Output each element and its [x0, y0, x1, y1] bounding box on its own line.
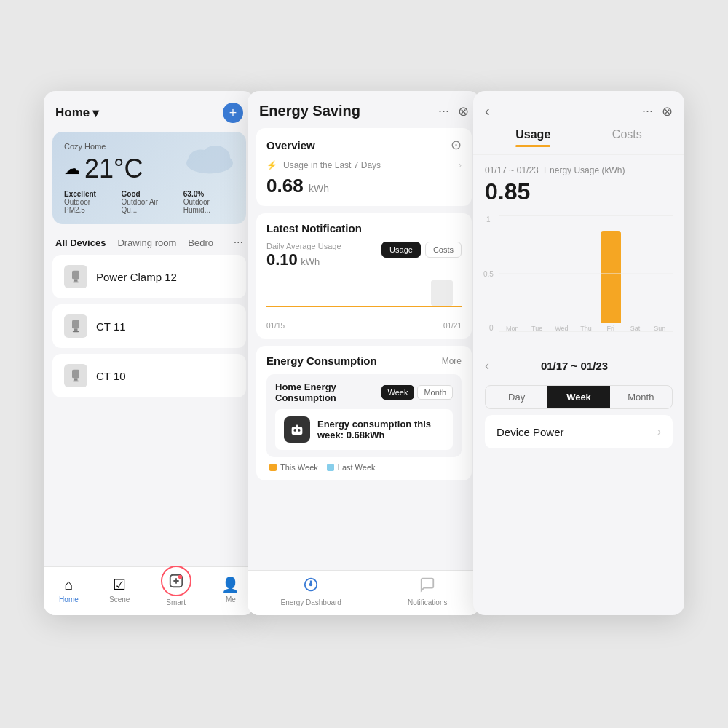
energy-value: 0.85 — [485, 178, 673, 205]
more-link[interactable]: More — [442, 356, 462, 366]
more-tabs-icon[interactable]: ··· — [234, 236, 243, 249]
smart-icon — [161, 566, 191, 596]
back-icon[interactable]: ‹ — [485, 103, 490, 119]
current-period-label: 01/17 ~ 01/23 — [541, 360, 608, 372]
consumption-header: Energy Consumption More — [266, 355, 462, 367]
notification-chart — [266, 275, 462, 319]
svg-rect-11 — [73, 381, 79, 382]
add-device-button[interactable]: + — [223, 103, 243, 123]
air-quality-stat: Good Outdoor Air Qu... — [122, 190, 172, 214]
device-power-label: Device Power — [496, 426, 564, 438]
cloud-icon: ☁ — [64, 159, 80, 178]
device-tabs-bar: All Devices Drawing room Bedro ··· — [44, 233, 255, 255]
home-icon: ⌂ — [60, 576, 77, 593]
bar-sun — [649, 321, 670, 323]
energy-header: Energy Saving ··· ⊗ — [248, 91, 480, 128]
header-action-icons: ··· ⊗ — [642, 103, 673, 119]
settings-icon[interactable]: ⊙ — [451, 137, 462, 153]
period-tab-month[interactable]: Month — [610, 386, 672, 408]
chevron-right-icon: › — [657, 425, 661, 438]
daily-unit: kWh — [301, 256, 320, 267]
tab-bedroom[interactable]: Bedro — [188, 237, 213, 248]
close-icon[interactable]: ⊗ — [458, 103, 469, 119]
notifications-icon — [419, 577, 435, 596]
usage-toggle-button[interactable]: Usage — [381, 242, 421, 258]
device-name: CT 11 — [96, 320, 126, 333]
device-list: Power Clamp 12 CT 11 — [44, 255, 255, 397]
home-energy-header: Home EnergyConsumption Week Month — [275, 381, 453, 403]
usage-costs-screen: ‹ ··· ⊗ Usage Costs 01/17 ~ 01/23 Energy… — [473, 91, 684, 615]
period-tab-week[interactable]: Week — [547, 386, 609, 408]
bar-thu — [576, 321, 596, 323]
arrow-right-icon: › — [459, 160, 462, 170]
daily-usage-info: Daily Average Usage 0.10 kWh — [266, 242, 341, 269]
daily-value-display: 0.10 kWh — [266, 250, 341, 269]
period-tab-day[interactable]: Day — [486, 386, 547, 408]
notifications-label: Notifications — [408, 598, 447, 606]
costs-toggle-button[interactable]: Costs — [425, 242, 462, 258]
nav-smart[interactable]: Smart — [161, 573, 191, 606]
list-item[interactable]: Power Clamp 12 — [52, 255, 246, 298]
nav-notifications[interactable]: Notifications — [408, 577, 447, 606]
svg-point-16 — [298, 429, 301, 432]
svg-rect-10 — [74, 378, 78, 380]
nav-scene-label: Scene — [109, 596, 130, 604]
svg-point-15 — [293, 429, 296, 432]
nav-home-label: Home — [59, 596, 79, 604]
tab-all-devices[interactable]: All Devices — [55, 237, 106, 248]
month-button[interactable]: Month — [417, 385, 453, 400]
temperature-display: 21°C — [84, 154, 143, 184]
weather-stats: Excellent Outdoor PM2.5 Good Outdoor Air… — [64, 190, 234, 214]
svg-point-20 — [310, 584, 312, 586]
tab-costs[interactable]: Costs — [612, 128, 642, 147]
close-icon[interactable]: ⊗ — [662, 103, 673, 119]
prev-period-button[interactable]: ‹ — [485, 358, 489, 373]
chart-date-labels: 01/15 01/21 — [266, 322, 462, 330]
usage-header: ‹ ··· ⊗ — [473, 91, 684, 128]
daily-value: 0.10 — [266, 250, 298, 269]
scene-icon: ☑ — [111, 576, 128, 593]
kwh-display: 0.68 kWh — [266, 175, 462, 197]
device-power-row[interactable]: Device Power › — [485, 415, 673, 448]
tab-usage[interactable]: Usage — [515, 128, 550, 147]
chart-line — [266, 306, 462, 307]
date-range-section: 01/17 ~ 01/23 Energy Usage (kWh) 0.85 — [473, 155, 684, 210]
energy-chart: 1 0.5 0 Mon — [473, 210, 684, 352]
home-title[interactable]: Home ▾ — [55, 106, 99, 121]
legend-this-week-dot — [269, 464, 277, 471]
date-navigation: ‹ 01/17 ~ 01/23 — [473, 352, 684, 379]
more-options-icon[interactable]: ··· — [642, 103, 653, 119]
consumption-section: Energy Consumption More Home EnergyConsu… — [256, 346, 472, 480]
nav-energy-dashboard[interactable]: Energy Dashboard — [281, 577, 341, 606]
bar-mon — [502, 321, 523, 323]
nav-home[interactable]: ⌂ Home — [59, 576, 79, 604]
energy-card[interactable]: Energy consumption thisweek: 0.68kWh — [275, 409, 453, 450]
nav-scene[interactable]: ☑ Scene — [109, 576, 130, 604]
legend-this-week: This Week — [269, 463, 318, 472]
grid-label-05: 0.5 — [483, 270, 494, 278]
svg-rect-8 — [73, 331, 79, 333]
tab-drawing-room[interactable]: Drawing room — [117, 237, 176, 248]
overview-title: Overview — [266, 139, 315, 151]
list-item[interactable]: CT 10 — [52, 354, 246, 397]
lightning-icon: ⚡ — [266, 160, 277, 170]
chart-legend: This Week Last Week — [266, 463, 462, 472]
header-icons: ··· ⊗ — [438, 103, 469, 119]
nav-me-label: Me — [226, 596, 236, 604]
home-header: Home ▾ + — [44, 91, 255, 129]
legend-last-week: Last Week — [327, 463, 376, 472]
svg-rect-3 — [72, 271, 79, 280]
period-tabs: Day Week Month — [485, 385, 673, 409]
energy-bottom-nav: Energy Dashboard Notifications — [248, 570, 480, 615]
svg-point-13 — [178, 575, 182, 579]
usage-row: ⚡ Usage in the Last 7 Days › — [266, 160, 462, 170]
nav-me[interactable]: 👤 Me — [222, 576, 240, 604]
usage-costs-tabs: Usage Costs — [473, 128, 684, 155]
energy-title: Energy Saving — [259, 103, 360, 119]
more-options-icon[interactable]: ··· — [438, 103, 449, 119]
list-item[interactable]: CT 11 — [52, 304, 246, 348]
svg-point-2 — [201, 146, 230, 169]
week-button[interactable]: Week — [381, 385, 415, 400]
svg-rect-5 — [73, 282, 79, 283]
energy-consumption-text: Energy consumption thisweek: 0.68kWh — [317, 419, 431, 440]
